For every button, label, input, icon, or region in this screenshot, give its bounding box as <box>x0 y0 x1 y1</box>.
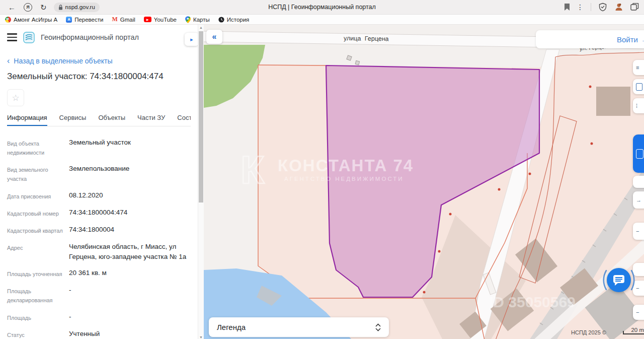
page-title: Земельный участок: 74:34:1800004:474 <box>7 72 191 82</box>
profile-avatar[interactable] <box>614 3 623 12</box>
tab-composition[interactable]: Состав <box>177 114 191 121</box>
bookmark-label: YouTube <box>154 17 177 23</box>
field-row: Площадь- <box>7 312 191 322</box>
gmail-icon: M <box>112 16 117 23</box>
tab-services[interactable]: Сервисы <box>59 114 87 121</box>
among-icon <box>5 17 11 23</box>
bookmark-gmail[interactable]: M Gmail <box>112 16 135 23</box>
svg-text:К: К <box>240 148 265 192</box>
reload-icon[interactable]: ↻ <box>40 4 47 11</box>
map-layers: К КОНСТАНТА 74 АГЕНТСТВО НЕДВИЖИМОСТИ ID… <box>204 25 644 339</box>
field-row: Вид объекта недвижимостиЗемельный участо… <box>7 138 191 157</box>
back-link-label: Назад в выделенные объекты <box>14 57 112 65</box>
scale-label: 20 m <box>631 327 644 333</box>
portal-logo <box>23 32 35 43</box>
map-tool-button[interactable]: → <box>633 191 644 209</box>
street-label: улица Герцена <box>344 35 389 42</box>
translate-icon: A <box>66 17 72 23</box>
field-row: Дата присвоения08.12.2020 <box>7 190 191 201</box>
bookmark-maps[interactable]: Карты <box>185 16 210 23</box>
hamburger-menu-icon[interactable] <box>7 33 17 41</box>
back-to-selected-link[interactable]: ‹ Назад в выделенные объекты <box>7 57 191 65</box>
field-row: СтатусУчтенный <box>7 329 191 339</box>
login-arrow-icon: → <box>641 35 644 44</box>
yandex-home-icon[interactable]: Я <box>24 3 32 12</box>
field-row: Вид земельного участкаЗемлепользование <box>7 164 191 183</box>
legend-bar[interactable]: Легенда <box>209 317 389 337</box>
watermark-id: ID 35050569 <box>489 294 576 310</box>
back-icon[interactable]: ← <box>8 4 16 11</box>
bookmark-flag-icon[interactable] <box>565 4 570 11</box>
svg-text:КОНСТАНТА 74: КОНСТАНТА 74 <box>278 156 414 175</box>
map-tool-button[interactable]: − <box>633 223 644 240</box>
scale-bar: 20 m <box>623 327 644 334</box>
bookmark-translate[interactable]: A Перевести <box>66 17 103 23</box>
login-label: Войти <box>617 35 638 44</box>
browser-toolbar: ← Я ↻ nspd.gov.ru НСПД | Геоинформационн… <box>0 0 644 15</box>
collapse-panel-button[interactable]: « <box>206 30 222 44</box>
building <box>596 87 630 116</box>
map-tool-button-active[interactable] <box>633 134 644 173</box>
svg-text:АГЕНТСТВО НЕДВИЖИМОСТИ: АГЕНТСТВО НЕДВИЖИМОСТИ <box>284 176 404 182</box>
address-bar[interactable]: nspd.gov.ru <box>54 3 100 12</box>
url-text: nspd.gov.ru <box>65 4 95 10</box>
field-row: Кадастровый номер74:34:1800004:474 <box>7 208 191 218</box>
bookmark-youtube[interactable]: ▶ YouTube <box>144 17 177 23</box>
chat-arcs <box>601 266 636 294</box>
scroll-up-icon[interactable]: ▲ <box>198 26 204 29</box>
sidebar-scrollbar[interactable]: ▲ ▼ <box>198 25 204 339</box>
map-tool-button[interactable]: − <box>633 305 644 320</box>
legend-label: Легенда <box>217 323 246 331</box>
map-tool-button[interactable]: ≡ <box>633 60 644 75</box>
scrollbar-thumb[interactable] <box>199 31 203 202</box>
map-attribution: НСПД 2025 © <box>571 329 606 335</box>
chat-button[interactable] <box>607 268 631 292</box>
browser-menu-icon[interactable]: ⋮ <box>577 3 584 11</box>
bookmark-among[interactable]: Амонг АсИгры А <box>5 17 57 23</box>
map-tool-button[interactable]: ⁞ <box>633 98 644 113</box>
favorite-star-button[interactable]: ☆ <box>7 89 24 106</box>
field-row: Площадь декларированная- <box>7 285 191 305</box>
info-panel: Геоинформационный портал ‹ Назад в выдел… <box>0 25 198 339</box>
tab-information[interactable]: Информация <box>7 114 47 121</box>
tabs-panel-icon[interactable] <box>630 3 639 11</box>
lock-icon <box>58 5 63 10</box>
chevron-left-icon: ‹ <box>7 57 10 65</box>
scroll-down-icon[interactable]: ▼ <box>198 335 204 339</box>
history-clock-icon <box>218 17 224 23</box>
legend-expander-icon[interactable] <box>375 323 381 331</box>
field-row: АдресЧелябинская область, г Миасс, ул Ге… <box>7 242 191 261</box>
bookmark-label: Карты <box>193 17 210 23</box>
portal-title: Геоинформационный портал <box>41 33 139 41</box>
tab-objects[interactable]: Объекты <box>98 114 125 121</box>
map-tool-button[interactable] <box>633 79 644 94</box>
bookmark-label: Перевести <box>74 17 103 23</box>
protect-shield-icon[interactable] <box>598 3 607 12</box>
login-bar[interactable]: Войти → <box>536 30 644 48</box>
bookmark-label: История <box>227 17 250 23</box>
bookmark-label: Амонг АсИгры А <box>14 17 57 23</box>
tab-scroll-right-button[interactable]: ▸ <box>185 33 198 46</box>
bookmark-label: Gmail <box>120 17 135 23</box>
bookmark-history[interactable]: История <box>218 17 250 23</box>
bookmarks-bar: Амонг АсИгры А A Перевести M Gmail ▶ You… <box>0 15 644 25</box>
tab-parcel-parts[interactable]: Части ЗУ <box>137 114 165 121</box>
youtube-icon: ▶ <box>144 17 151 22</box>
map-tool-button[interactable] <box>633 176 644 188</box>
field-row: Площадь уточненная20 361 кв. м <box>7 268 191 279</box>
map-canvas[interactable]: К КОНСТАНТА 74 АГЕНТСТВО НЕДВИЖИМОСТИ ID… <box>204 25 644 339</box>
divider <box>591 3 591 11</box>
tab-bar: Информация Сервисы Объекты Части ЗУ Сост… <box>7 114 191 126</box>
attributes-list: Вид объекта недвижимостиЗемельный участо… <box>7 138 191 339</box>
field-row: Кадастровый квартал74:34:1800004 <box>7 225 191 235</box>
maps-pin-icon <box>185 16 191 23</box>
